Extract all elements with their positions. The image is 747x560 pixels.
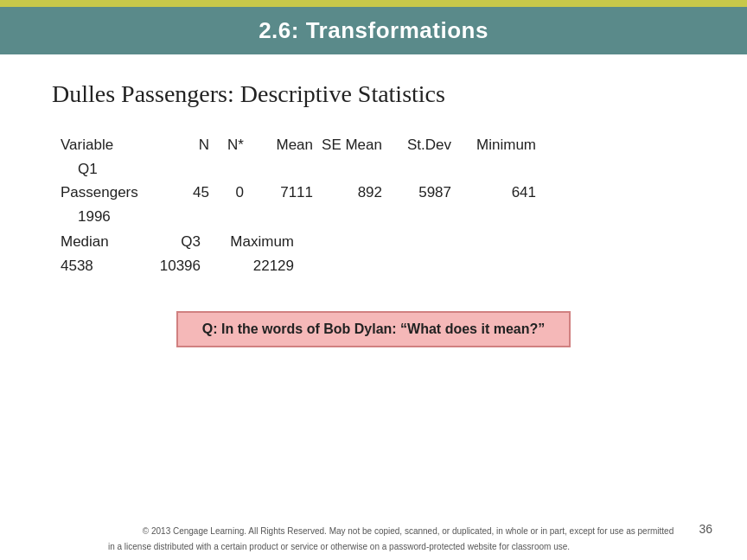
table-data-row-1: Passengers 45 0 7111 892 5987 641 [61, 181, 695, 204]
data-maximum: 22129 [208, 255, 294, 277]
data-year: 1996 [61, 206, 173, 228]
col-header-stdev: St.Dev [389, 134, 458, 156]
col-header-semean: SE Mean [320, 134, 389, 156]
top-accent-bar [0, 0, 747, 7]
data-mean: 7111 [251, 181, 320, 204]
section-title: Dulles Passengers: Descriptive Statistic… [52, 80, 695, 108]
col-header-minimum: Minimum [458, 134, 536, 156]
table-header-row-2: Median Q3 Maximum [61, 231, 695, 253]
main-content: Dulles Passengers: Descriptive Statistic… [0, 54, 747, 365]
data-minimum: 641 [458, 181, 536, 204]
slide-header: 2.6: Transformations [0, 7, 747, 54]
data-stdev: 5987 [389, 181, 458, 204]
data-n: 45 [173, 181, 216, 204]
copyright-text: © 2013 Cengage Learning. All Rights Rese… [73, 526, 674, 551]
data-q3: 10396 [138, 255, 208, 277]
col-header-nstar: N* [216, 134, 251, 156]
data-semean: 892 [320, 181, 389, 204]
q-box: Q: In the words of Bob Dylan: “What does… [176, 311, 571, 347]
stats-table: Variable N N* Mean SE Mean St.Dev Minimu… [61, 134, 695, 277]
col-header-n: N [173, 134, 216, 156]
q-box-container: Q: In the words of Bob Dylan: “What does… [52, 311, 695, 347]
slide-title: 2.6: Transformations [259, 17, 488, 43]
data-median: 4538 [61, 255, 138, 277]
table-sub-1996: 1996 [61, 206, 695, 228]
table-subheader-q1: Q1 [61, 158, 695, 181]
col-header-variable: Variable [61, 134, 173, 156]
table-header-row-1: Variable N N* Mean SE Mean St.Dev Minimu… [61, 134, 695, 156]
col-header-median: Median [61, 231, 138, 253]
col-header-maximum: Maximum [208, 231, 294, 253]
col-q1-label: Q1 [61, 158, 173, 181]
col-header-mean: Mean [251, 134, 320, 156]
data-variable: Passengers [61, 181, 173, 204]
data-nstar: 0 [216, 181, 251, 204]
col-header-q3: Q3 [138, 231, 208, 253]
table-data-row-2: 4538 10396 22129 [61, 255, 695, 277]
